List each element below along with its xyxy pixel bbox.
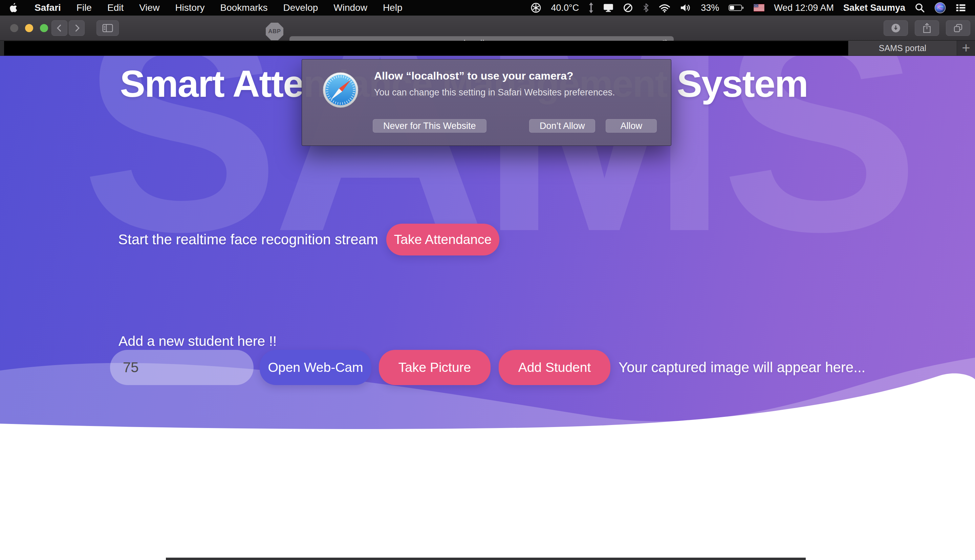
do-not-disturb-icon[interactable] xyxy=(623,3,633,13)
spotlight-search-icon[interactable] xyxy=(915,3,925,13)
siri-icon[interactable] xyxy=(934,2,946,13)
wifi-icon[interactable] xyxy=(659,3,670,13)
forward-button[interactable] xyxy=(69,20,85,36)
webpage-content: SAMS Smart Attendance Management System … xyxy=(0,56,975,560)
menu-bookmarks[interactable]: Bookmarks xyxy=(220,2,268,13)
menu-history[interactable]: History xyxy=(175,2,204,13)
clock[interactable]: Wed 12:09 AM xyxy=(774,3,834,13)
add-student-heading: Add a new student here !! xyxy=(119,333,277,349)
us-flag-icon[interactable] xyxy=(754,4,765,12)
battery-icon[interactable] xyxy=(728,4,744,12)
menu-window[interactable]: Window xyxy=(334,2,367,13)
downloads-button[interactable] xyxy=(883,20,908,36)
allow-button[interactable]: Allow xyxy=(606,119,657,133)
dialog-title: Allow “localhost” to use your camera? xyxy=(374,70,573,82)
sidebar-toggle-button[interactable] xyxy=(97,20,119,36)
captured-image-caption: Your captured image will appear here... xyxy=(619,359,865,376)
notification-center-icon[interactable] xyxy=(955,3,966,13)
menu-file[interactable]: File xyxy=(77,2,92,13)
menu-help[interactable]: Help xyxy=(383,2,402,13)
tab-title: SAMS portal xyxy=(879,43,926,53)
safari-toolbar: ABP localhost xyxy=(0,15,975,41)
never-for-website-button[interactable]: Never for This Website xyxy=(373,119,486,133)
tab-strip-preview[interactable] xyxy=(4,41,848,55)
tab-bar: SAMS portal + xyxy=(0,41,975,56)
display-mirroring-icon[interactable] xyxy=(603,3,613,13)
adblock-extension-button[interactable]: ABP xyxy=(265,22,284,41)
student-id-input[interactable] xyxy=(110,350,254,385)
desktop-screen: Safari File Edit View History Bookmarks … xyxy=(0,0,975,560)
menu-view[interactable]: View xyxy=(139,2,159,13)
back-button[interactable] xyxy=(52,20,67,36)
window-minimize-button[interactable] xyxy=(25,24,33,32)
take-picture-button[interactable]: Take Picture xyxy=(379,350,491,385)
menu-develop[interactable]: Develop xyxy=(283,2,318,13)
open-webcam-button[interactable]: Open Web-Cam xyxy=(260,350,371,385)
window-controls xyxy=(10,24,48,32)
abp-icon: ABP xyxy=(266,23,283,40)
macos-menu-bar: Safari File Edit View History Bookmarks … xyxy=(0,0,975,15)
camera-permission-dialog: Allow “localhost” to use your camera? Yo… xyxy=(302,59,671,146)
tab-sams-portal[interactable]: SAMS portal xyxy=(848,41,957,55)
take-attendance-button[interactable]: Take Attendance xyxy=(386,224,499,255)
battery-percent[interactable]: 33% xyxy=(701,3,719,13)
bluetooth-icon[interactable] xyxy=(643,3,649,13)
abp-label: ABP xyxy=(268,28,280,35)
safari-compass-icon xyxy=(322,72,359,110)
dont-allow-button[interactable]: Don’t Allow xyxy=(529,119,596,133)
updown-arrow-icon[interactable] xyxy=(588,2,594,13)
video-element-edge xyxy=(166,558,806,560)
window-zoom-button[interactable] xyxy=(40,24,48,32)
temperature-status[interactable]: 40.0°C xyxy=(551,3,579,13)
window-close-button[interactable] xyxy=(10,24,18,32)
menu-safari[interactable]: Safari xyxy=(35,2,61,13)
menu-edit[interactable]: Edit xyxy=(107,2,124,13)
tab-overview-button[interactable] xyxy=(946,20,970,36)
new-tab-button[interactable]: + xyxy=(957,41,975,55)
apple-menu-icon[interactable] xyxy=(9,3,18,13)
fan-control-icon[interactable] xyxy=(531,2,541,13)
dialog-buttons: Never for This Website Don’t Allow Allow xyxy=(373,119,657,133)
add-student-button[interactable]: Add Student xyxy=(499,350,610,385)
user-name[interactable]: Saket Saumya xyxy=(843,3,905,13)
volume-icon[interactable] xyxy=(680,3,691,13)
share-button[interactable] xyxy=(915,20,939,36)
add-student-controls: Open Web-Cam Take Picture Add Student Yo… xyxy=(110,350,865,385)
dialog-subtitle: You can change this setting in Safari We… xyxy=(374,87,615,98)
attendance-caption: Start the realtime face recognition stre… xyxy=(118,232,378,248)
attendance-row: Start the realtime face recognition stre… xyxy=(118,224,499,255)
